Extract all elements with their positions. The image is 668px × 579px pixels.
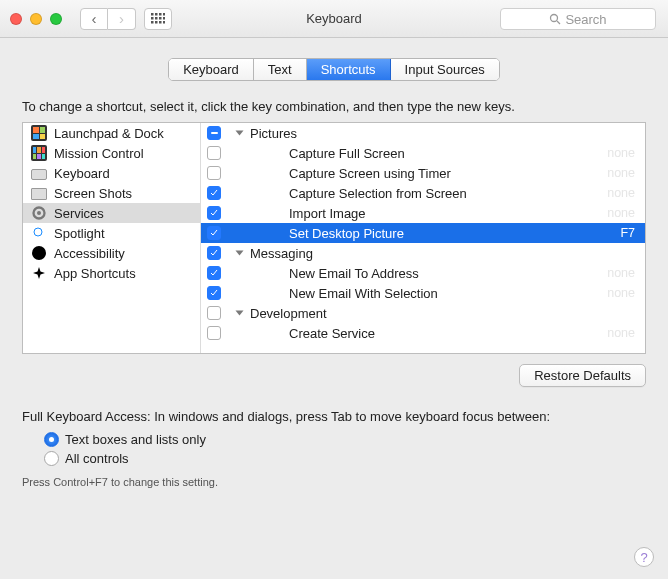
fka-radio-option[interactable]: Text boxes and lists only (44, 432, 646, 447)
shortcut-checkbox[interactable] (207, 146, 221, 160)
search-field[interactable]: Search (500, 8, 656, 30)
category-label: Accessibility (54, 246, 125, 261)
shortcut-key: F7 (620, 226, 635, 240)
radio-label: All controls (65, 451, 129, 466)
category-label: Mission Control (54, 146, 144, 161)
shortcut-row[interactable]: Development (201, 303, 645, 323)
category-screen-shots[interactable]: Screen Shots (23, 183, 200, 203)
shortcut-checkbox[interactable] (207, 286, 221, 300)
shortcut-row[interactable]: Messaging (201, 243, 645, 263)
svg-point-12 (551, 15, 558, 22)
svg-rect-6 (159, 17, 162, 20)
gear-icon (31, 205, 47, 221)
keyboard-icon (31, 165, 47, 181)
shortcut-label: Capture Full Screen (289, 146, 639, 161)
shortcut-checkbox[interactable] (207, 126, 221, 140)
shortcut-key: none (607, 326, 635, 340)
nav-buttons: ‹ › (80, 8, 136, 30)
fka-footnote: Press Control+F7 to change this setting. (22, 476, 646, 488)
screenshot-icon (31, 185, 47, 201)
svg-rect-3 (163, 13, 165, 16)
shortcut-row[interactable]: Capture Selection from Screennone (201, 183, 645, 203)
category-label: Launchpad & Dock (54, 126, 164, 141)
shortcut-checkbox[interactable] (207, 246, 221, 260)
shortcut-row[interactable]: Capture Full Screennone (201, 143, 645, 163)
shortcut-checkbox[interactable] (207, 206, 221, 220)
shortcut-row[interactable]: Import Imagenone (201, 203, 645, 223)
shortcut-checkbox[interactable] (207, 226, 221, 240)
minimize-window-button[interactable] (30, 13, 42, 25)
spotlight-icon (31, 225, 47, 241)
shortcut-row[interactable]: Set Desktop PictureF7 (201, 223, 645, 243)
category-label: Spotlight (54, 226, 105, 241)
category-services[interactable]: Services (23, 203, 200, 223)
window-controls (10, 13, 62, 25)
svg-line-13 (557, 21, 560, 24)
radio-label: Text boxes and lists only (65, 432, 206, 447)
shortcut-row[interactable]: Create Servicenone (201, 323, 645, 343)
grid-icon (151, 13, 165, 25)
tab-shortcuts[interactable]: Shortcuts (307, 59, 391, 80)
shortcut-checkbox[interactable] (207, 306, 221, 320)
disclosure-triangle-icon[interactable] (236, 311, 244, 316)
disclosure-triangle-icon[interactable] (236, 251, 244, 256)
disclosure-triangle-icon[interactable] (236, 131, 244, 136)
shortcut-label: Pictures (250, 126, 639, 141)
svg-rect-11 (163, 21, 165, 24)
category-label: Keyboard (54, 166, 110, 181)
forward-button[interactable]: › (108, 8, 136, 30)
shortcut-key: none (607, 186, 635, 200)
help-button[interactable]: ? (634, 547, 654, 567)
svg-rect-2 (159, 13, 162, 16)
shortcut-checkbox[interactable] (207, 326, 221, 340)
svg-rect-0 (151, 13, 154, 16)
category-mission-control[interactable]: Mission Control (23, 143, 200, 163)
launchpad-icon (31, 125, 47, 141)
shortcut-key: none (607, 286, 635, 300)
tab-keyboard[interactable]: Keyboard (169, 59, 254, 80)
back-button[interactable]: ‹ (80, 8, 108, 30)
svg-rect-8 (151, 21, 154, 24)
shortcut-row[interactable]: Pictures (201, 123, 645, 143)
shortcut-row[interactable]: New Email To Addressnone (201, 263, 645, 283)
shortcut-label: New Email With Selection (289, 286, 639, 301)
category-launchpad-dock[interactable]: Launchpad & Dock (23, 123, 200, 143)
svg-point-15 (37, 211, 41, 215)
shortcut-row[interactable]: New Email With Selectionnone (201, 283, 645, 303)
svg-rect-10 (159, 21, 162, 24)
shortcut-row[interactable]: Capture Screen using Timernone (201, 163, 645, 183)
tab-text[interactable]: Text (254, 59, 307, 80)
shortcut-checkbox[interactable] (207, 166, 221, 180)
search-placeholder: Search (565, 12, 606, 27)
category-spotlight[interactable]: Spotlight (23, 223, 200, 243)
category-app-shortcuts[interactable]: App Shortcuts (23, 263, 200, 283)
shortcut-list[interactable]: PicturesCapture Full ScreennoneCapture S… (201, 123, 645, 353)
search-icon (549, 13, 561, 25)
shortcut-label: Messaging (250, 246, 639, 261)
tab-input-sources[interactable]: Input Sources (391, 59, 499, 80)
restore-defaults-button[interactable]: Restore Defaults (519, 364, 646, 387)
shortcut-panes: Launchpad & DockMission ControlKeyboardS… (22, 122, 646, 354)
close-window-button[interactable] (10, 13, 22, 25)
shortcut-label: Import Image (289, 206, 639, 221)
shortcut-label: Development (250, 306, 639, 321)
shortcut-checkbox[interactable] (207, 186, 221, 200)
svg-rect-4 (151, 17, 154, 20)
category-accessibility[interactable]: Accessibility (23, 243, 200, 263)
instruction-text: To change a shortcut, select it, click t… (22, 99, 646, 114)
zoom-window-button[interactable] (50, 13, 62, 25)
category-label: Screen Shots (54, 186, 132, 201)
category-list[interactable]: Launchpad & DockMission ControlKeyboardS… (23, 123, 201, 353)
category-keyboard[interactable]: Keyboard (23, 163, 200, 183)
shortcut-key: none (607, 146, 635, 160)
radio-button-icon (44, 432, 59, 447)
accessibility-icon (31, 245, 47, 261)
titlebar: ‹ › Keyboard Search (0, 0, 668, 38)
fka-radio-option[interactable]: All controls (44, 451, 646, 466)
show-all-prefs-button[interactable] (144, 8, 172, 30)
svg-rect-9 (155, 21, 158, 24)
shortcut-checkbox[interactable] (207, 266, 221, 280)
full-keyboard-access-label: Full Keyboard Access: In windows and dia… (22, 409, 646, 424)
shortcut-label: Capture Screen using Timer (289, 166, 639, 181)
svg-point-16 (34, 228, 42, 236)
